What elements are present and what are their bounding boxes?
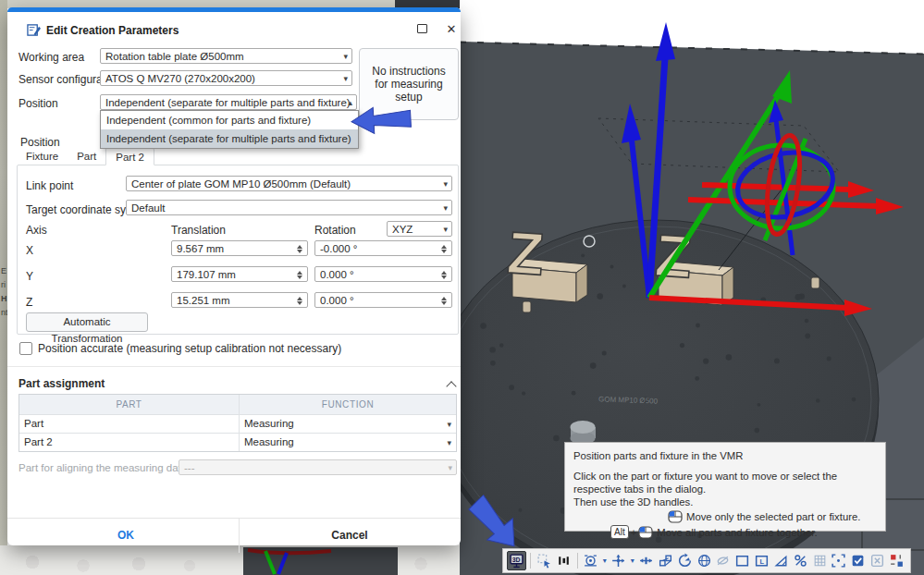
rotate-part-icon[interactable] <box>675 551 695 570</box>
dropdown-option-selected[interactable]: Independent (separate for multiple parts… <box>101 129 358 148</box>
position-tabs: Fixture Part Part 2 <box>17 148 154 165</box>
annotation-arrow-left-icon <box>349 102 413 139</box>
move-handles-dropdown-caret-icon[interactable]: ▾ <box>628 557 636 565</box>
function-select[interactable]: Measuring ▾ <box>240 434 456 451</box>
translation-column-header: Translation <box>171 224 226 237</box>
screenshot-root: { "dialog": { "title": "Edit Creation Pa… <box>0 0 924 575</box>
compare-bars-icon[interactable] <box>554 551 573 570</box>
edit-icon <box>27 23 41 37</box>
rotation-z-spinbox[interactable]: 0.000 ° <box>314 292 452 308</box>
slope-triangle-icon[interactable] <box>771 551 791 570</box>
maximize-button[interactable] <box>414 22 429 37</box>
position-label: Position <box>18 97 58 110</box>
vmr-tooltip: Position parts and fixture in the VMR Cl… <box>564 442 886 532</box>
translate-x-icon[interactable] <box>636 551 656 570</box>
rotation-order-select[interactable]: XYZ▾ <box>387 221 452 237</box>
cancel-button[interactable]: Cancel <box>240 518 459 553</box>
chevron-down-icon: ▾ <box>448 460 452 475</box>
spinner-arrows-icon[interactable] <box>441 295 449 307</box>
ok-button[interactable]: OK <box>15 518 237 553</box>
spinner-arrows-icon[interactable] <box>297 269 304 281</box>
tooltip-shortcut-2: Move all parts and fixture together. <box>657 527 817 538</box>
chevron-down-icon: ▾ <box>443 201 448 215</box>
translation-x-spinbox[interactable]: 9.567 mm <box>171 240 308 256</box>
spinner-arrows-icon[interactable] <box>441 269 449 281</box>
function-select[interactable]: Measuring ▾ <box>240 415 456 433</box>
rotation-y-spinbox[interactable]: 0.000 ° <box>314 266 452 282</box>
rectangle-icon[interactable] <box>733 551 752 570</box>
chevron-down-icon: ▾ <box>343 49 348 64</box>
move-handles-icon[interactable] <box>609 551 628 570</box>
fit-circle-dropdown-caret-icon[interactable]: ▾ <box>600 557 609 565</box>
mini-blue-axis <box>278 553 287 574</box>
tooltip-shortcut-1: Move only the selected part or fixture. <box>686 511 860 522</box>
checked-box-icon[interactable] <box>848 551 868 570</box>
align-part-select: ---▾ <box>179 459 457 475</box>
transform-parts-icon[interactable] <box>656 551 675 570</box>
svg-text:3D: 3D <box>512 557 521 563</box>
alt-keycap: Alt <box>610 525 629 539</box>
globe-icon[interactable] <box>695 551 714 570</box>
link-point-select[interactable]: Center of plate GOM MP10 Ø500mm (Default… <box>126 176 452 191</box>
grid-icon[interactable] <box>810 551 830 570</box>
working-area-label: Working area <box>18 51 84 64</box>
tooltip-title: Position parts and fixture in the VMR <box>573 449 877 462</box>
target-coordinate-system-select[interactable]: Default▾ <box>126 200 452 215</box>
tooltip-line-1: Click on the part or fixture you want to… <box>573 470 877 495</box>
select-elements-icon[interactable] <box>535 551 554 570</box>
table-header-row: PART FUNCTION <box>19 395 456 414</box>
toolbar-separator <box>577 553 578 569</box>
spinner-arrows-icon[interactable] <box>297 295 304 307</box>
automatic-transformation-button[interactable]: Automatic Transformation <box>26 312 148 332</box>
position-accurate-checkbox[interactable] <box>19 342 32 355</box>
axis-x-label: X <box>26 244 33 257</box>
tab-part[interactable]: Part <box>68 148 105 165</box>
background-left-strip: Eri Hnt <box>0 0 7 575</box>
part-assignment-header: Part assignment <box>18 377 105 390</box>
tab-part-2[interactable]: Part 2 <box>105 148 154 165</box>
table-row: Part Measuring ▾ <box>19 414 456 433</box>
position-accurate-label: Position accurate (measuring setup calib… <box>38 342 341 355</box>
dropdown-option[interactable]: Independent (common for parts and fixtur… <box>101 111 358 129</box>
position-dropdown-list: Independent (common for parts and fixtur… <box>100 110 359 149</box>
mouse-left-button-icon <box>668 510 683 523</box>
chevron-down-icon: ▾ <box>443 222 448 237</box>
fit-circle-icon[interactable] <box>582 551 601 570</box>
plus-sign: + <box>631 527 637 538</box>
toolbar-separator <box>530 553 531 569</box>
close-button[interactable]: ✕ <box>444 22 459 37</box>
fit-view-icon[interactable] <box>830 551 849 570</box>
3d-view-toolbar: 3D▾▾L <box>502 548 911 573</box>
swap-parts-icon[interactable] <box>887 551 906 570</box>
button-divider <box>239 518 240 553</box>
x-box-icon[interactable] <box>868 551 887 570</box>
part-name-cell: Part <box>19 415 240 433</box>
table-row: Part 2 Measuring ▾ <box>19 433 456 451</box>
part-assignment-table: PART FUNCTION Part Measuring ▾ Part 2 Me… <box>18 394 457 452</box>
align-part-label: Part for aligning the measuring data <box>18 462 187 473</box>
disc-icon[interactable] <box>713 551 733 570</box>
chevron-down-icon: ▾ <box>447 416 451 434</box>
rotation-x-spinbox[interactable]: -0.000 ° <box>314 240 452 256</box>
3d-view-icon[interactable]: 3D <box>507 551 526 570</box>
tab-fixture[interactable]: Fixture <box>17 148 68 165</box>
sensor-configuration-select[interactable]: ATOS Q MV270 (270x200x200)▾ <box>100 70 352 86</box>
rotation-column-header: Rotation <box>314 224 356 237</box>
translation-y-spinbox[interactable]: 179.107 mm <box>171 266 308 282</box>
collapse-chevron-icon[interactable] <box>446 381 456 391</box>
svg-text:Z: Z <box>505 219 546 288</box>
part-name-cell: Part 2 <box>19 434 240 451</box>
axis-y-label: Y <box>26 270 33 283</box>
dialog-accent-bar <box>7 7 461 12</box>
working-area-select[interactable]: Rotation table plate Ø500mm▾ <box>100 48 352 64</box>
chevron-down-icon: ▾ <box>447 434 451 452</box>
rectangle-l-icon[interactable]: L <box>752 551 771 570</box>
chevron-down-icon: ▾ <box>343 71 348 86</box>
column-header-part: PART <box>19 395 240 414</box>
position-select[interactable]: Independent (separate for multiple parts… <box>100 94 357 110</box>
spinner-arrows-icon[interactable] <box>441 243 449 255</box>
section-divider <box>7 366 461 367</box>
translation-z-spinbox[interactable]: 15.251 mm <box>171 292 308 308</box>
link-points-icon[interactable] <box>791 551 810 570</box>
spinner-arrows-icon[interactable] <box>297 243 304 255</box>
